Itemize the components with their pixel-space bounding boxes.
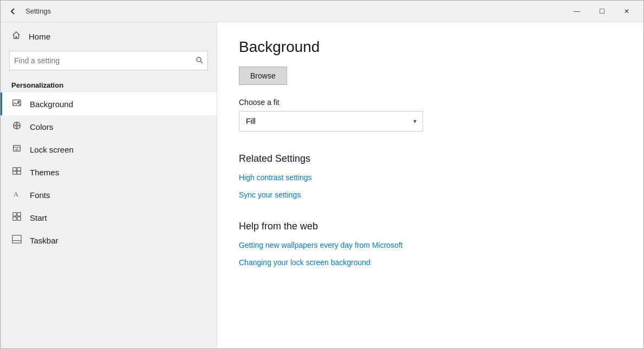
sidebar-item-lockscreen[interactable]: Lock screen (1, 138, 217, 161)
search-box[interactable] (9, 51, 208, 70)
browse-button[interactable]: Browse (239, 67, 287, 85)
svg-rect-9 (17, 171, 21, 174)
help-heading: Help from the web (239, 221, 622, 232)
wallpapers-link[interactable]: Getting new wallpapers every day from Mi… (239, 241, 622, 249)
start-icon (11, 212, 22, 223)
nav-label-themes: Themes (30, 168, 59, 177)
content-area: Background Browse Choose a fit Fill Fit … (217, 22, 643, 348)
svg-text:A: A (14, 190, 18, 198)
sidebar-item-colors[interactable]: Colors (1, 115, 217, 138)
background-icon (11, 98, 22, 110)
sidebar-item-start[interactable]: Start (1, 206, 217, 229)
home-icon (11, 30, 21, 42)
nav-label-colors: Colors (30, 122, 53, 131)
home-label: Home (29, 32, 50, 41)
settings-window: Settings — ☐ ✕ Home (0, 0, 644, 349)
maximize-button[interactable]: ☐ (589, 1, 614, 22)
back-button[interactable] (5, 3, 21, 19)
svg-rect-16 (17, 217, 21, 220)
sidebar-item-fonts[interactable]: A Fonts (1, 183, 217, 206)
sidebar-item-background[interactable]: Background (1, 93, 217, 115)
colors-icon (11, 121, 22, 133)
related-settings-heading: Related Settings (239, 153, 622, 164)
svg-rect-7 (16, 149, 18, 150)
nav-label-taskbar: Taskbar (30, 236, 58, 245)
svg-point-4 (14, 122, 21, 129)
taskbar-icon (11, 234, 22, 246)
main-area: Home Personalization (1, 22, 643, 348)
svg-rect-13 (13, 213, 16, 216)
choose-fit-label: Choose a fit (239, 98, 622, 107)
fit-select-wrapper[interactable]: Fill Fit Stretch Tile Center Span ▾ (239, 111, 423, 131)
svg-point-0 (197, 57, 201, 62)
svg-rect-17 (12, 241, 21, 243)
sidebar-item-home[interactable]: Home (1, 25, 217, 48)
titlebar: Settings — ☐ ✕ (1, 1, 643, 22)
window-controls: — ☐ ✕ (564, 1, 639, 22)
search-icon (196, 56, 203, 65)
svg-line-1 (200, 61, 203, 63)
sidebar-item-themes[interactable]: Themes (1, 161, 217, 183)
sidebar-item-taskbar[interactable]: Taskbar (1, 229, 217, 252)
nav-label-lockscreen: Lock screen (30, 145, 74, 154)
nav-label-start: Start (30, 213, 47, 222)
svg-rect-2 (13, 100, 21, 106)
nav-label-fonts: Fonts (30, 190, 50, 200)
svg-rect-15 (13, 217, 16, 220)
fonts-icon: A (11, 189, 22, 201)
fit-select[interactable]: Fill Fit Stretch Tile Center Span (239, 111, 423, 131)
sync-settings-link[interactable]: Sync your settings (239, 190, 622, 199)
svg-rect-14 (17, 213, 21, 216)
svg-point-3 (18, 101, 19, 103)
lockscreen-icon (11, 143, 22, 155)
svg-rect-8 (13, 171, 16, 174)
svg-rect-10 (13, 168, 16, 171)
minimize-button[interactable]: — (564, 1, 589, 22)
page-title: Background (239, 38, 622, 56)
themes-icon (11, 166, 22, 178)
section-label: Personalization (1, 77, 217, 93)
high-contrast-link[interactable]: High contrast settings (239, 173, 622, 182)
sidebar: Home Personalization (1, 22, 217, 348)
svg-rect-11 (17, 168, 21, 171)
search-input[interactable] (14, 56, 196, 65)
window-title: Settings (25, 7, 51, 15)
close-button[interactable]: ✕ (614, 1, 639, 22)
nav-label-background: Background (30, 100, 73, 109)
lock-screen-background-link[interactable]: Changing your lock screen background (239, 258, 622, 267)
